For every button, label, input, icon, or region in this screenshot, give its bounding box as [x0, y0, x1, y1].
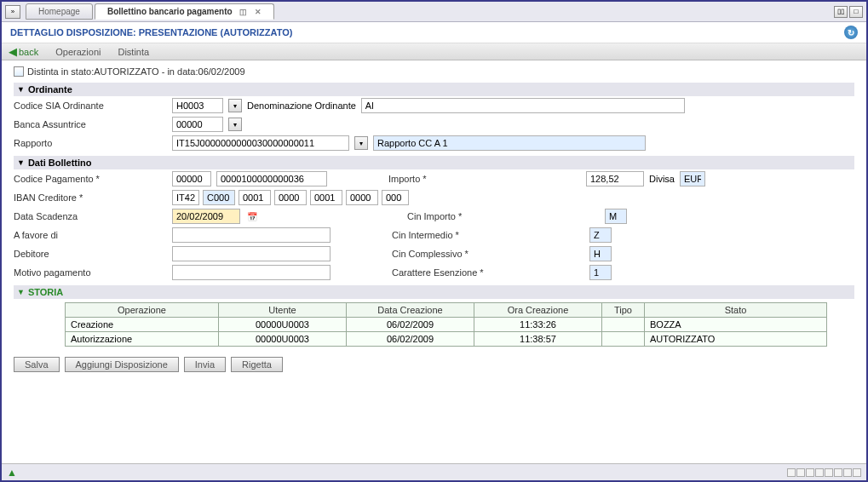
label-esenzione: Carattere Esenzione *: [392, 267, 528, 278]
iban-seg-1[interactable]: [203, 190, 235, 205]
section-bollettino-header[interactable]: ▼ Dati Bollettino: [14, 156, 854, 169]
salva-button[interactable]: Salva: [14, 357, 60, 372]
motivo-field[interactable]: [172, 265, 331, 280]
back-button[interactable]: ◀ back: [9, 45, 38, 58]
rapporto-desc-field[interactable]: [373, 135, 646, 151]
lookup-icon[interactable]: ▾: [228, 118, 242, 131]
banca-field[interactable]: [172, 117, 223, 132]
iban-seg-4[interactable]: [310, 190, 342, 205]
status-grid-icon: [787, 468, 861, 477]
tab-label: Bollettino bancario pagamento: [107, 7, 233, 16]
tab-bollettino[interactable]: Bollettino bancario pagamento ◫ ✕: [95, 3, 274, 20]
codice-sia-field[interactable]: [172, 98, 223, 113]
divisa-field[interactable]: [680, 171, 705, 186]
page-title: DETTAGLIO DISPOSIZIONE: PRESENTAZIONE (A…: [10, 27, 292, 37]
storia-table: Operazione Utente Data Creazione Ora Cre…: [65, 302, 827, 347]
label-denominazione: Denominazione Ordinante: [247, 100, 356, 111]
cin-intermedio-field[interactable]: [589, 227, 612, 243]
menu-distinta[interactable]: Distinta: [118, 47, 149, 57]
app-frame: » Homepage Bollettino bancario pagamento…: [0, 0, 868, 482]
iban-seg-0[interactable]: [172, 190, 199, 205]
table-header-row: Operazione Utente Data Creazione Ora Cre…: [66, 303, 827, 318]
back-arrow-icon: ◀: [9, 45, 17, 58]
status-line: Distinta in stato:AUTORIZZATO - in data:…: [14, 64, 854, 79]
label-iban: IBAN Creditore *: [14, 192, 167, 203]
collapse-icon: ▼: [17, 288, 25, 296]
iban-seg-5[interactable]: [346, 190, 378, 205]
label-divisa: Divisa: [649, 174, 675, 184]
content-area: Distinta in stato:AUTORIZZATO - in data:…: [2, 60, 866, 459]
col-stato: Stato: [645, 303, 827, 318]
favore-field[interactable]: [172, 227, 331, 243]
label-cin-importo: Cin Importo *: [407, 211, 543, 221]
codice-pag-b-field[interactable]: [216, 171, 327, 186]
menu-operazioni[interactable]: Operazioni: [55, 47, 101, 57]
esenzione-field[interactable]: [589, 265, 612, 280]
table-row[interactable]: Autorizzazione 00000U0003 06/02/2009 11:…: [66, 332, 827, 347]
label-rapporto: Rapporto: [14, 138, 167, 148]
section-ordinante-header[interactable]: ▼ Ordinante: [14, 83, 854, 96]
table-row[interactable]: Creazione 00000U0003 06/02/2009 11:33:26…: [66, 318, 827, 332]
scadenza-field[interactable]: [172, 209, 240, 224]
collapse-icon: ▼: [17, 158, 25, 167]
tab-pin-icon[interactable]: ◫: [239, 8, 247, 16]
expand-tabs-icon[interactable]: »: [5, 5, 20, 19]
calendar-icon[interactable]: 📅: [245, 209, 259, 223]
col-utente: Utente: [219, 303, 347, 318]
collapse-icon: ▼: [17, 85, 25, 94]
toolbar: ◀ back Operazioni Distinta: [2, 43, 866, 60]
label-motivo: Motivo pagamento: [14, 267, 167, 278]
iban-group: [172, 190, 409, 205]
status-text: Distinta in stato:AUTORIZZATO - in data:…: [27, 66, 245, 77]
label-banca: Banca Assuntrice: [14, 119, 167, 129]
importo-field[interactable]: [586, 171, 644, 186]
iban-seg-3[interactable]: [274, 190, 307, 205]
col-tipo: Tipo: [602, 303, 645, 318]
window-cascade-icon[interactable]: ▯▯: [834, 6, 848, 18]
col-ora-creazione: Ora Creazione: [474, 303, 602, 318]
section-title: Ordinante: [28, 84, 72, 95]
label-cin-intermedio: Cin Intermedio *: [392, 230, 528, 240]
iban-seg-2[interactable]: [239, 190, 271, 205]
section-title: STORIA: [28, 287, 63, 297]
window-max-icon[interactable]: □: [849, 6, 863, 18]
page-title-bar: DETTAGLIO DISPOSIZIONE: PRESENTAZIONE (A…: [2, 22, 866, 43]
col-data-creazione: Data Creazione: [347, 303, 474, 318]
rigetta-button[interactable]: Rigetta: [231, 357, 283, 372]
lookup-icon[interactable]: ▾: [228, 99, 242, 112]
label-importo: Importo *: [388, 174, 465, 184]
label-codice-sia: Codice SIA Ordinante: [14, 100, 167, 111]
section-storia-header[interactable]: ▼ STORIA: [14, 285, 854, 299]
label-cin-complessivo: Cin Complessivo *: [392, 249, 528, 259]
tab-label: Homepage: [38, 7, 80, 16]
tab-homepage[interactable]: Homepage: [26, 3, 93, 20]
refresh-icon[interactable]: ↻: [844, 26, 858, 39]
label-codice-pagamento: Codice Pagamento *: [14, 174, 167, 184]
cin-compl-field[interactable]: [589, 246, 612, 261]
cin-importo-field[interactable]: [605, 209, 627, 224]
rapporto-field[interactable]: [172, 135, 349, 151]
label-scadenza: Data Scadenza: [14, 211, 167, 221]
back-label: back: [19, 47, 38, 57]
close-icon[interactable]: ✕: [255, 8, 262, 16]
aggiungi-button[interactable]: Aggiungi Disposizione: [65, 357, 179, 372]
status-indicator-icon[interactable]: ▲: [7, 467, 17, 479]
label-debitore: Debitore: [14, 249, 167, 259]
invia-button[interactable]: Invia: [184, 357, 226, 372]
label-favore: A favore di: [14, 230, 167, 240]
lookup-icon[interactable]: ▾: [354, 136, 368, 150]
col-operazione: Operazione: [66, 303, 219, 318]
iban-seg-6[interactable]: [382, 190, 409, 205]
status-bar: ▲: [2, 463, 866, 480]
denominazione-field[interactable]: [361, 98, 685, 113]
codice-pag-a-field[interactable]: [172, 171, 211, 186]
tab-bar: » Homepage Bollettino bancario pagamento…: [2, 2, 866, 22]
document-icon: [14, 66, 24, 77]
debitore-field[interactable]: [172, 246, 331, 261]
section-title: Dati Bollettino: [28, 158, 92, 168]
